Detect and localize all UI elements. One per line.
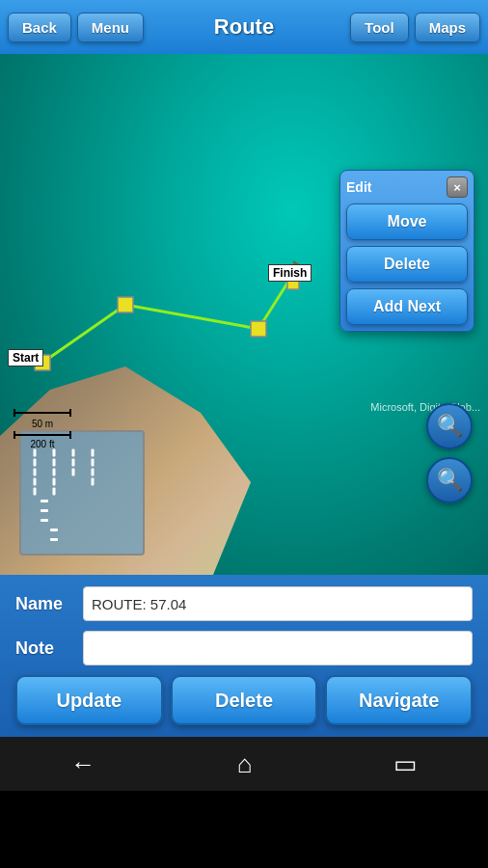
note-input[interactable] — [83, 631, 473, 665]
navigate-button[interactable]: Navigate — [325, 675, 473, 725]
edit-close-button[interactable]: × — [447, 176, 468, 198]
action-row: Update Delete Navigate — [15, 675, 473, 725]
delete-button[interactable]: Delete — [171, 675, 318, 725]
name-input[interactable] — [83, 586, 473, 621]
name-label: Name — [15, 594, 83, 614]
scale-50m-label: 50 m — [14, 419, 71, 429]
top-bar: Back Menu Route Tool Maps — [0, 0, 488, 54]
zoom-out-button[interactable]: 🔍 — [426, 457, 473, 503]
start-label: Start — [8, 349, 43, 366]
map-area[interactable]: Start Finish 50 m 200 ft Microsoft, Digi… — [0, 54, 488, 575]
nav-back-icon[interactable]: ← — [70, 749, 95, 779]
note-row: Note — [15, 631, 473, 665]
note-label: Note — [15, 638, 83, 659]
svg-rect-1 — [118, 297, 133, 312]
edit-delete-button[interactable]: Delete — [346, 246, 468, 283]
update-button[interactable]: Update — [15, 675, 163, 725]
tool-button[interactable]: Tool — [350, 13, 409, 42]
nav-bar: ← ⌂ ▭ — [0, 737, 488, 791]
scale-bar: 50 m 200 ft — [14, 409, 71, 449]
scale-200ft-label: 200 ft — [14, 439, 71, 449]
add-next-button[interactable]: Add Next — [346, 288, 468, 325]
svg-rect-2 — [251, 321, 266, 337]
edit-popup: Edit × Move Delete Add Next — [339, 170, 474, 332]
name-row: Name — [15, 586, 473, 621]
edit-title: Edit — [346, 179, 371, 195]
back-button[interactable]: Back — [8, 13, 71, 42]
maps-button[interactable]: Maps — [415, 13, 480, 42]
bottom-panel: Name Note Update Delete Navigate — [0, 575, 488, 737]
finish-label: Finish — [268, 264, 312, 282]
zoom-in-icon: 🔍 — [437, 414, 463, 439]
zoom-in-button[interactable]: 🔍 — [426, 403, 473, 449]
nav-home-icon[interactable]: ⌂ — [237, 749, 253, 779]
edit-popup-header: Edit × — [346, 176, 468, 198]
move-button[interactable]: Move — [346, 203, 468, 240]
zoom-out-icon: 🔍 — [437, 468, 463, 493]
nav-recent-icon[interactable]: ▭ — [393, 749, 418, 779]
page-title: Route — [214, 14, 274, 40]
menu-button[interactable]: Menu — [77, 13, 144, 42]
